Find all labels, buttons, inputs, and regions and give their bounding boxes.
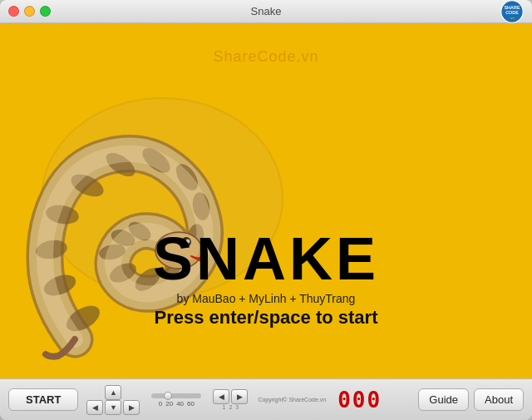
svg-text:.vn: .vn — [510, 15, 515, 19]
page-controls-row: ◀ ▶ — [213, 389, 248, 404]
page-next-button[interactable]: ▶ — [231, 389, 248, 404]
game-area: ShareCode.vn — [0, 23, 532, 378]
svg-point-5 — [62, 301, 104, 337]
watermark: ShareCode.vn — [213, 48, 318, 66]
bottom-bar: START ▲ ◀ ▼ ▶ 0 20 40 60 — [0, 378, 532, 420]
svg-point-10 — [102, 148, 139, 180]
svg-point-12 — [171, 161, 202, 195]
svg-point-8 — [44, 203, 80, 227]
window-title: Snake — [251, 5, 282, 17]
window-controls — [8, 6, 51, 17]
speed-label-0: 0 — [159, 400, 162, 408]
title-bar: Snake SHARE CODE .vn — [0, 0, 532, 23]
app-window: Snake SHARE CODE .vn ShareCode.vn — [0, 0, 532, 420]
speed-label-40: 40 — [176, 400, 184, 408]
controls-row-top: ▲ — [105, 385, 121, 400]
page-labels: 1 2 3 — [223, 404, 239, 410]
page-label-2: 2 — [229, 404, 232, 410]
svg-point-9 — [67, 170, 106, 201]
copyright-area: Copyright© ShareCode.vn — [258, 397, 326, 403]
arrow-controls: ▲ ◀ ▼ ▶ — [86, 385, 140, 415]
speed-thumb[interactable] — [164, 392, 172, 400]
sharecode-badge: SHARE CODE .vn — [500, 0, 524, 23]
game-text-block: SNAKE by MauBao + MyLinh + ThuyTrang Pre… — [153, 229, 379, 329]
about-button[interactable]: About — [474, 388, 524, 411]
speed-label-20: 20 — [165, 400, 173, 408]
svg-point-17 — [106, 259, 139, 286]
arrow-right-button[interactable]: ▶ — [123, 400, 140, 415]
game-subtitle: by MauBao + MyLinh + ThuyTrang — [153, 292, 379, 305]
speed-track[interactable] — [151, 393, 201, 398]
speed-label-60: 60 — [187, 400, 195, 408]
close-button[interactable] — [8, 6, 19, 17]
svg-text:SHARE: SHARE — [504, 4, 520, 9]
arrow-up-button[interactable]: ▲ — [105, 385, 121, 400]
score-display: 000 — [337, 388, 382, 413]
page-label-1: 1 — [223, 404, 226, 410]
controls-row-mid: ◀ ▼ ▶ — [86, 400, 140, 415]
game-title: SNAKE — [153, 229, 379, 289]
start-button[interactable]: START — [8, 388, 78, 411]
page-controls: ◀ ▶ 1 2 3 — [213, 389, 248, 410]
svg-point-13 — [190, 191, 212, 222]
speed-labels: 0 20 40 60 — [159, 400, 195, 408]
sharecode-logo-icon: SHARE CODE .vn — [500, 0, 524, 23]
arrow-left-button[interactable]: ◀ — [86, 400, 103, 415]
svg-point-7 — [34, 238, 68, 261]
page-label-3: 3 — [235, 404, 239, 410]
speed-area: 0 20 40 60 — [151, 392, 201, 408]
arrow-down-button[interactable]: ▼ — [105, 400, 121, 415]
copyright-text: Copyright© ShareCode.vn — [258, 397, 326, 403]
maximize-button[interactable] — [40, 6, 51, 17]
svg-text:CODE: CODE — [505, 10, 519, 15]
press-to-start: Press enter/space to start — [153, 307, 379, 329]
svg-point-20 — [126, 218, 155, 245]
svg-point-18 — [98, 242, 127, 261]
svg-point-11 — [138, 143, 174, 177]
svg-point-19 — [109, 226, 137, 249]
page-prev-button[interactable]: ◀ — [213, 389, 229, 404]
guide-button[interactable]: Guide — [418, 388, 469, 411]
svg-point-6 — [41, 271, 78, 299]
minimize-button[interactable] — [24, 6, 35, 17]
